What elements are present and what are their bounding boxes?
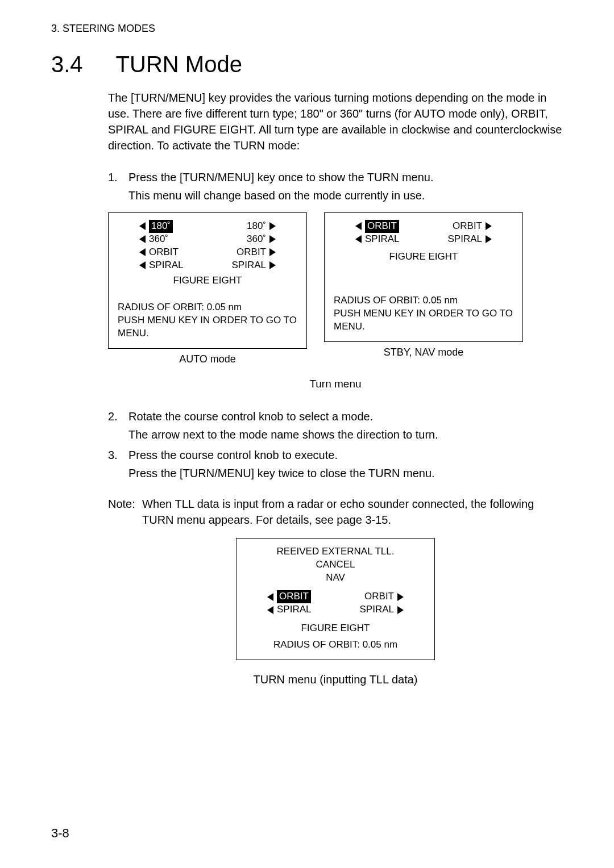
step-text: Press the course control knob to execute…	[128, 449, 338, 461]
arrow-right-icon	[269, 248, 276, 256]
arrow-left-icon	[355, 222, 362, 230]
arrow-right-icon	[269, 235, 276, 243]
mode-label: 180˚	[247, 220, 266, 233]
tll-panel-caption: TURN menu (inputting TLL data)	[108, 671, 563, 687]
panel-footer-line: PUSH MENU KEY IN ORDER TO GO TO MENU.	[118, 314, 297, 340]
mode-label: ORBIT	[364, 590, 394, 603]
arrow-left-icon	[267, 606, 273, 614]
mode-label: SPIRAL	[360, 603, 394, 616]
arrow-right-icon	[269, 261, 276, 269]
mode-label: FIGURE EIGHT	[267, 622, 404, 635]
panel-caption: AUTO mode	[108, 352, 307, 366]
tll-head-line: NAV	[246, 571, 425, 585]
note-label: Note:	[108, 496, 138, 528]
tll-panel: REEIVED EXTERNAL TLL. CANCEL NAV ORBIT O…	[236, 538, 435, 660]
mode-label: SPIRAL	[277, 603, 311, 616]
mode-label: ORBIT	[453, 220, 482, 233]
arrow-right-icon	[397, 593, 404, 601]
panel-footer-line: RADIUS OF ORBIT: 0.05 nm	[118, 301, 297, 314]
mode-label: ORBIT	[149, 246, 179, 259]
arrow-right-icon	[486, 235, 492, 243]
mode-label: SPIRAL	[448, 233, 482, 246]
tll-head-line: REEIVED EXTERNAL TLL.	[246, 545, 425, 558]
running-head: 3. STEERING MODES	[51, 23, 563, 35]
auto-mode-panel: 180˚ 180˚ 360˚ 360˚ ORBIT ORBIT	[108, 212, 307, 349]
section-title: TURN Mode	[116, 52, 242, 77]
stby-nav-panel: ORBIT ORBIT SPIRAL SPIRAL FIGURE EIGHT R…	[324, 212, 523, 342]
mode-label: SPIRAL	[365, 233, 399, 246]
mode-label: ORBIT	[277, 590, 311, 603]
arrow-left-icon	[139, 222, 146, 230]
mode-label: 180˚	[149, 220, 173, 233]
step-subtext: Press the [TURN/MENU] key twice to close…	[128, 465, 563, 481]
panel-footer-line: RADIUS OF ORBIT: 0.05 nm	[267, 639, 404, 652]
step-list: 1. Press the [TURN/MENU] key once to sho…	[108, 169, 563, 481]
mode-row: SPIRAL SPIRAL	[139, 259, 276, 272]
turn-menu-caption: Turn menu	[108, 377, 563, 392]
arrow-left-icon	[267, 593, 273, 601]
tll-head-line: CANCEL	[246, 558, 425, 571]
mode-row: ORBIT ORBIT	[267, 590, 404, 603]
mode-row: 180˚ 180˚	[139, 220, 276, 233]
step-number: 3.	[108, 447, 121, 481]
section-heading: 3.4 TURN Mode	[51, 52, 563, 77]
step-subtext: This menu will change based on the mode …	[128, 187, 563, 203]
mode-label: SPIRAL	[149, 259, 183, 272]
mode-label: SPIRAL	[232, 259, 266, 272]
mode-row: ORBIT ORBIT	[139, 246, 276, 259]
step-subtext: The arrow next to the mode name shows th…	[128, 427, 563, 443]
step-text: Rotate the course control knob to select…	[128, 410, 373, 423]
mode-label: 360˚	[247, 233, 266, 246]
panel-footer-line: RADIUS OF ORBIT: 0.05 nm	[334, 294, 513, 307]
section-number: 3.4	[51, 52, 83, 77]
mode-label: ORBIT	[237, 246, 266, 259]
mode-label: 360˚	[149, 233, 168, 246]
step-number: 2.	[108, 408, 121, 443]
step-number: 1.	[108, 169, 121, 203]
turn-menu-figure-pair: 180˚ 180˚ 360˚ 360˚ ORBIT ORBIT	[108, 212, 563, 366]
arrow-right-icon	[269, 222, 276, 230]
mode-label: FIGURE EIGHT	[355, 251, 492, 264]
page-number: 3-8	[51, 826, 69, 841]
arrow-right-icon	[486, 222, 492, 230]
mode-row: 360˚ 360˚	[139, 233, 276, 246]
arrow-left-icon	[355, 235, 362, 243]
step-text: Press the [TURN/MENU] key once to show t…	[128, 171, 433, 183]
mode-row: SPIRAL SPIRAL	[267, 603, 404, 616]
note-text: When TLL data is input from a radar or e…	[142, 496, 563, 528]
panel-caption: STBY, NAV mode	[324, 345, 523, 360]
mode-row: SPIRAL SPIRAL	[355, 233, 492, 246]
note-block: Note: When TLL data is input from a rada…	[108, 496, 563, 528]
arrow-left-icon	[139, 235, 146, 243]
mode-label: FIGURE EIGHT	[139, 274, 276, 287]
arrow-left-icon	[139, 248, 146, 256]
arrow-right-icon	[397, 606, 404, 614]
intro-paragraph: The [TURN/MENU] key provides the various…	[108, 90, 563, 153]
body-block: The [TURN/MENU] key provides the various…	[108, 90, 563, 687]
mode-row: ORBIT ORBIT	[355, 220, 492, 233]
arrow-left-icon	[139, 261, 146, 269]
mode-label: ORBIT	[365, 220, 399, 233]
panel-footer-line: PUSH MENU KEY IN ORDER TO GO TO MENU.	[334, 307, 513, 333]
